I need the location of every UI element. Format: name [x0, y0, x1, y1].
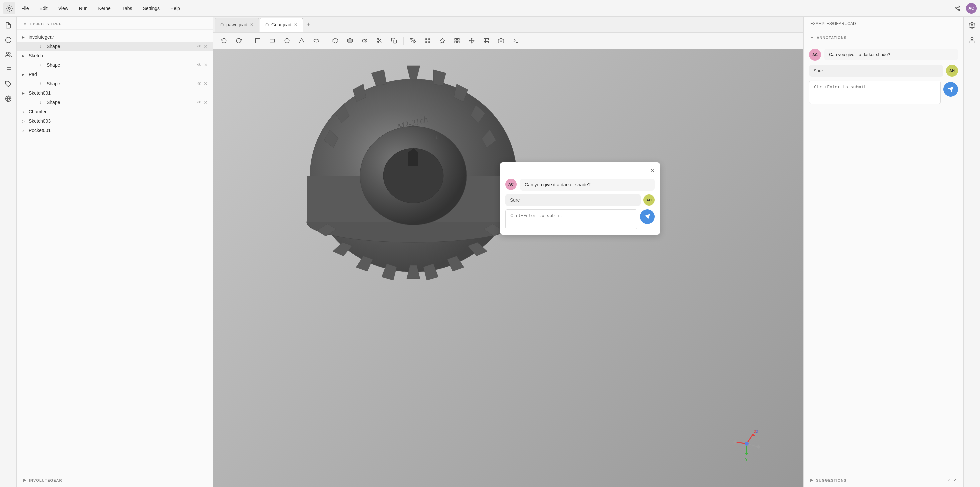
close-icon[interactable]: ✕: [204, 62, 208, 68]
right-avatar-ah: AH: [946, 65, 958, 77]
popup-minimize-button[interactable]: ─: [643, 168, 647, 174]
sidebar-icon-circle[interactable]: [2, 34, 14, 46]
tree-item-pocket001[interactable]: ▷ Pocket001: [17, 125, 213, 135]
menu-kernel[interactable]: Kernel: [93, 4, 116, 13]
shape4-actions: 👁 ✕: [197, 100, 208, 105]
tree-item-involutegear[interactable]: ▶ involutegear: [17, 32, 213, 42]
terminal-button[interactable]: [509, 35, 522, 47]
sidebar-icon-puzzle[interactable]: [2, 78, 14, 90]
hex2-button[interactable]: [343, 35, 357, 47]
popup-send-button[interactable]: [640, 209, 655, 224]
expand-icon[interactable]: ⤢: [953, 478, 957, 482]
app-logo[interactable]: [3, 2, 15, 14]
right-comment-input[interactable]: [809, 81, 941, 104]
cut-button[interactable]: [373, 35, 386, 47]
hex-button[interactable]: [329, 35, 342, 47]
visibility-icon[interactable]: 👁: [197, 100, 202, 105]
annotation-message-ac: AC Can you give it a darker shade?: [809, 49, 958, 60]
camera-button[interactable]: [494, 35, 508, 47]
tree-item-shape3[interactable]: ⟟ Shape 👁 ✕: [17, 79, 213, 88]
pawn-tab-close[interactable]: ✕: [250, 22, 253, 27]
menu-run[interactable]: Run: [74, 4, 92, 13]
grid-button[interactable]: [450, 35, 464, 47]
undo-button[interactable]: [217, 35, 231, 47]
gear-tab-close[interactable]: ✕: [294, 22, 298, 27]
tree-item-shape1[interactable]: ⟟ Shape 👁 ✕: [17, 42, 213, 51]
popup-comment-input[interactable]: [505, 209, 637, 229]
redo-button[interactable]: [232, 35, 245, 47]
copy-button[interactable]: [387, 35, 401, 47]
viewport[interactable]: M2-21ch 1 ─ ✕ AC Can you give it a darke…: [213, 49, 803, 487]
right-reply-bubble: Sure: [809, 65, 943, 77]
add-tab-button[interactable]: +: [304, 20, 313, 30]
pen-button[interactable]: [406, 35, 420, 47]
visibility-icon[interactable]: 👁: [197, 62, 202, 68]
close-icon[interactable]: ✕: [204, 100, 208, 105]
triangle-button[interactable]: [295, 35, 308, 47]
svg-point-27: [377, 41, 379, 43]
tab-gear[interactable]: ⬡ Gear.jcad ✕: [260, 17, 303, 32]
sidebar-icon-file[interactable]: [2, 19, 14, 31]
tree-item-shape4[interactable]: ⟟ Shape 👁 ✕: [17, 98, 213, 107]
share-icon[interactable]: [951, 2, 963, 14]
right-settings-icon[interactable]: [966, 19, 978, 31]
sidebar-icon-globe[interactable]: [2, 93, 14, 105]
right-user-icon[interactable]: [966, 34, 978, 46]
sidebar-icon-users[interactable]: [2, 49, 14, 60]
right-send-button[interactable]: [943, 82, 958, 97]
tree-item-sketch001[interactable]: ▶ Sketch001: [17, 88, 213, 98]
menu-settings[interactable]: Settings: [138, 4, 165, 13]
rect-button[interactable]: [251, 35, 264, 47]
svg-rect-66: [408, 152, 418, 165]
menu-tabs[interactable]: Tabs: [118, 4, 137, 13]
popup-close-button[interactable]: ✕: [650, 168, 655, 174]
svg-line-5: [956, 7, 958, 8]
arrows-button[interactable]: [465, 35, 478, 47]
popup-reply-row: Sure AH: [505, 194, 655, 206]
sidebar-icon-list[interactable]: [2, 63, 14, 75]
svg-point-81: [971, 25, 973, 26]
visibility-icon[interactable]: 👁: [197, 44, 202, 49]
tree-item-pad[interactable]: ▶ Pad: [17, 70, 213, 79]
right-panel: EXAMPLES/GEAR.JCAD ▼ ANNOTATIONS AC Can …: [803, 17, 963, 487]
tree-item-sketch[interactable]: ▶ Sketch: [17, 51, 213, 60]
expander-icon: ▷: [22, 119, 29, 123]
close-icon[interactable]: ✕: [204, 81, 208, 86]
visibility-icon[interactable]: 👁: [197, 81, 202, 86]
tab-pawn[interactable]: ⬡ pawn.jcad ✕: [215, 17, 259, 32]
menu-help[interactable]: Help: [165, 4, 185, 13]
close-icon[interactable]: ✕: [204, 44, 208, 49]
svg-point-2: [955, 7, 957, 9]
tree-item-sketch003[interactable]: ▷ Sketch003: [17, 116, 213, 125]
pawn-tab-label: pawn.jcad: [226, 22, 247, 27]
menu-file[interactable]: File: [17, 4, 33, 13]
right-panel-bottom: ▶ SUGGESTIONS ⌂ ⤢: [803, 473, 963, 487]
rect2-button[interactable]: [266, 35, 279, 47]
annotations-section-header: ▼ ANNOTATIONS: [803, 31, 963, 43]
objects-tree: ▶ involutegear ⟟ Shape 👁 ✕ ▶ Sketch: [17, 30, 213, 473]
svg-marker-74: [745, 453, 749, 455]
right-input-row: [809, 81, 958, 104]
expander-icon: ▶: [22, 91, 29, 95]
measure-button[interactable]: [480, 35, 493, 47]
explode-button[interactable]: [436, 35, 449, 47]
svg-marker-45: [407, 66, 420, 79]
svg-point-7: [6, 52, 9, 55]
tree-item-shape2[interactable]: ⟟ Shape 👁 ✕: [17, 60, 213, 70]
user-avatar[interactable]: AC: [966, 3, 977, 14]
ellipse-button[interactable]: [310, 35, 323, 47]
right-icon-bar: [963, 17, 980, 487]
toolbar-sep2: [326, 36, 326, 44]
suggestions-label: SUGGESTIONS: [816, 478, 847, 482]
shape-icon: ⟟: [40, 44, 47, 49]
circle-button[interactable]: [280, 35, 294, 47]
home-icon[interactable]: ⌂: [948, 478, 951, 482]
menu-edit[interactable]: Edit: [35, 4, 52, 13]
svg-line-30: [378, 40, 379, 41]
avatar-ac: AC: [505, 179, 517, 190]
svg-point-77: [757, 445, 760, 449]
intersect-button[interactable]: [358, 35, 371, 47]
vertices-button[interactable]: [421, 35, 434, 47]
menu-view[interactable]: View: [54, 4, 73, 13]
tree-item-chamfer[interactable]: ▷ Chamfer: [17, 107, 213, 116]
